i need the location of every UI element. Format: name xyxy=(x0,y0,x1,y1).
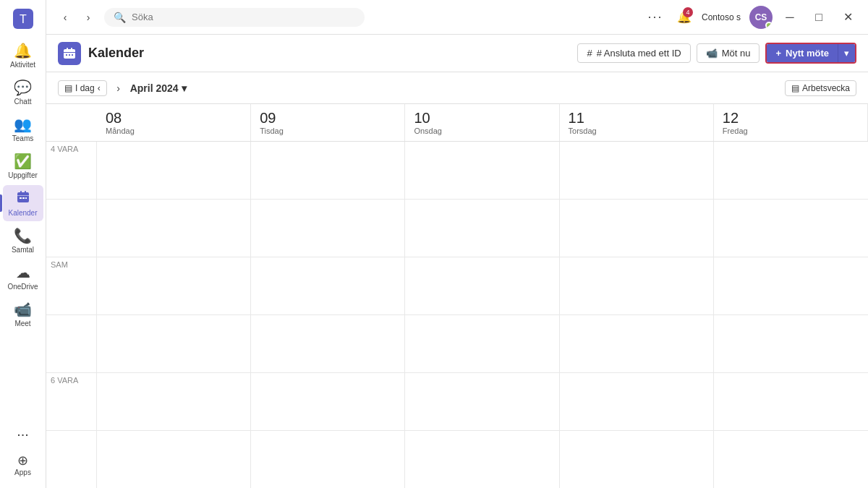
day-cell-r4-c1[interactable] xyxy=(251,373,405,431)
calendar-title: Kalender xyxy=(88,46,577,61)
new-meeting-dropdown[interactable]: ▾ xyxy=(838,44,855,62)
day-cell-r3-c3[interactable] xyxy=(560,315,714,373)
day-cell-r5-c1[interactable] xyxy=(251,431,405,488)
prev-period-button[interactable]: › xyxy=(110,80,127,97)
week-view-button[interactable]: ▤ Arbetsvecka xyxy=(785,80,856,96)
view-label: Arbetsvecka xyxy=(802,83,850,93)
sidebar-item-meet[interactable]: 📹 Meet xyxy=(3,296,43,332)
sidebar-more-button[interactable]: ··· xyxy=(3,421,43,447)
chevron-down-icon: ▾ xyxy=(844,48,849,59)
day-cell-r3-c0[interactable] xyxy=(97,315,251,373)
today-icon: ▤ xyxy=(64,83,72,93)
time-header xyxy=(46,104,97,141)
presence-status xyxy=(765,22,773,29)
day-cell-r5-c2[interactable] xyxy=(405,431,559,488)
sidebar-item-aktivitet[interactable]: 🔔 Aktivitet xyxy=(3,38,43,73)
svg-rect-15 xyxy=(72,54,73,56)
topbar-actions: ··· 🔔 4 Contoso s CS ─ □ ✕ xyxy=(644,6,859,29)
svg-rect-6 xyxy=(20,197,22,199)
day-cell-r4-c4[interactable] xyxy=(714,373,868,431)
join-by-id-button[interactable]: # # Ansluta med ett ID xyxy=(577,43,690,63)
more-options-button[interactable]: ··· xyxy=(644,6,667,29)
month-year-label[interactable]: April 2024 ▾ xyxy=(130,82,187,94)
video-icon: 📹 xyxy=(14,301,32,318)
day-label-wed: 10 Onsdag xyxy=(405,104,559,141)
day-cell-r4-c2[interactable] xyxy=(405,373,559,431)
day-label-mon: 08 Måndag xyxy=(97,104,251,141)
calendar-container: Kalender # # Ansluta med ett ID 📹 Möt nu… xyxy=(46,35,868,488)
phone-icon: 📞 xyxy=(14,227,32,244)
svg-rect-10 xyxy=(67,48,68,51)
tasks-icon: ✅ xyxy=(14,153,32,170)
calendar-body: 4 VARASAM6 VARA7 VARA8 VARAStudiegrupp f… xyxy=(46,142,868,488)
day-cell-r1-c3[interactable] xyxy=(560,200,714,257)
search-input[interactable] xyxy=(132,12,355,22)
day-cell-r3-c2[interactable] xyxy=(405,315,559,373)
day-cell-r0-c4[interactable] xyxy=(714,142,868,200)
day-cell-r4-c0[interactable] xyxy=(97,373,251,431)
time-slot-5 xyxy=(46,431,97,488)
sidebar-label-chatt: Chatt xyxy=(14,98,32,106)
day-cell-r3-c1[interactable] xyxy=(251,315,405,373)
calendar-icon xyxy=(16,189,30,207)
sidebar-label-ondrive: OneDrive xyxy=(7,283,38,291)
day-cell-r2-c4[interactable] xyxy=(714,257,868,315)
day-cell-r4-c3[interactable] xyxy=(560,373,714,431)
day-cell-r2-c2[interactable] xyxy=(405,257,559,315)
day-cell-r0-c3[interactable] xyxy=(560,142,714,200)
day-cell-r1-c0[interactable] xyxy=(97,200,251,257)
user-avatar[interactable]: CS xyxy=(749,6,773,29)
teams-logo[interactable]: T xyxy=(10,6,36,32)
day-cell-r0-c1[interactable] xyxy=(251,142,405,200)
days-header: 08 Måndag 09 Tisdag 10 Onsdag 11 Torsdag… xyxy=(46,104,868,142)
sidebar-item-samtal[interactable]: 📞 Samtal xyxy=(3,223,43,258)
sidebar: T 🔔 Aktivitet 💬 Chatt 👥 Teams ✅ Uppgifte… xyxy=(0,0,46,488)
chat-icon: 💬 xyxy=(14,79,32,96)
svg-rect-9 xyxy=(64,49,75,59)
cloud-icon: ☁ xyxy=(16,264,30,281)
sidebar-item-teams[interactable]: 👥 Teams xyxy=(3,111,43,147)
calendar-title-icon xyxy=(58,42,81,65)
new-meeting-button[interactable]: + Nytt möte xyxy=(767,44,838,62)
svg-rect-13 xyxy=(66,54,67,56)
dropdown-chevron-icon: ▾ xyxy=(182,82,187,94)
day-cell-r3-c4[interactable] xyxy=(714,315,868,373)
search-box: 🔍 xyxy=(104,8,365,27)
sidebar-apps-button[interactable]: ⊕ Apps xyxy=(3,448,43,481)
day-cell-r1-c2[interactable] xyxy=(405,200,559,257)
sidebar-item-chatt[interactable]: 💬 Chatt xyxy=(3,74,43,110)
day-cell-r1-c1[interactable] xyxy=(251,200,405,257)
day-cell-r2-c1[interactable] xyxy=(251,257,405,315)
more-icon: ··· xyxy=(17,426,29,442)
sidebar-item-uppgifter[interactable]: ✅ Uppgifter xyxy=(3,148,43,184)
sidebar-item-kalender[interactable]: Kalender xyxy=(3,185,43,221)
svg-rect-3 xyxy=(20,191,22,194)
day-cell-r5-c3[interactable] xyxy=(560,431,714,488)
svg-rect-12 xyxy=(64,52,75,53)
day-cell-r2-c3[interactable] xyxy=(560,257,714,315)
svg-rect-5 xyxy=(17,195,29,196)
maximize-button[interactable]: □ xyxy=(807,6,830,29)
day-cell-r0-c2[interactable] xyxy=(405,142,559,200)
meet-now-button[interactable]: 📹 Möt nu xyxy=(697,43,760,63)
day-cell-r5-c0[interactable] xyxy=(97,431,251,488)
video-cam-icon: 📹 xyxy=(706,48,718,59)
day-cell-r2-c0[interactable] xyxy=(97,257,251,315)
day-cell-r5-c4[interactable] xyxy=(714,431,868,488)
sidebar-apps-label: Apps xyxy=(14,468,31,476)
forward-button[interactable]: › xyxy=(78,7,98,27)
time-slot-3 xyxy=(46,315,97,373)
new-meeting-group: + Nytt möte ▾ xyxy=(765,43,856,64)
back-button[interactable]: ‹ xyxy=(55,7,75,27)
svg-rect-4 xyxy=(25,191,26,194)
sidebar-item-ondrive[interactable]: ☁ OneDrive xyxy=(3,260,43,295)
notifications-button[interactable]: 🔔 4 xyxy=(673,6,696,29)
day-label-thu: 11 Torsdag xyxy=(560,104,714,141)
sidebar-label-teams: Teams xyxy=(12,134,33,142)
day-cell-r1-c4[interactable] xyxy=(714,200,868,257)
day-cell-r0-c0[interactable] xyxy=(97,142,251,200)
minimize-button[interactable]: ─ xyxy=(778,6,801,29)
today-button[interactable]: ▤ I dag ‹ xyxy=(58,80,107,96)
close-button[interactable]: ✕ xyxy=(836,6,859,29)
calendar-nav: ▤ I dag ‹ › April 2024 ▾ xyxy=(58,80,187,97)
